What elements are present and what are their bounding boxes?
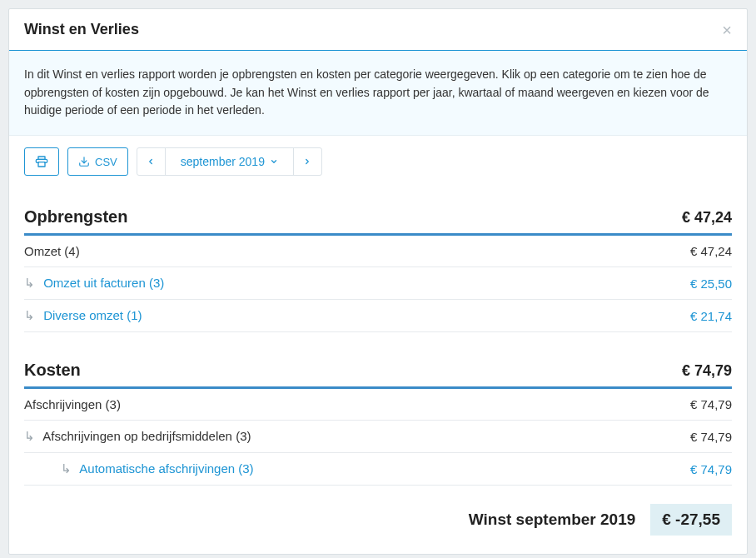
subrow-arrow-icon: ↳ [24,276,35,291]
export-csv-button[interactable]: CSV [67,147,128,176]
table-row[interactable]: ↳ Automatische afschrijvingen (3) € 74,7… [24,453,732,486]
intro-banner: In dit Winst en verlies rapport worden j… [9,51,747,136]
table-row[interactable]: ↳ Omzet uit facturen (3) € 25,50 [24,267,732,300]
income-total: € 47,24 [682,209,732,227]
table-row[interactable]: Omzet (4) € 47,24 [24,236,732,267]
panel-header: Winst en Verlies × [9,9,747,51]
table-row[interactable]: ↳ Diverse omzet (1) € 21,74 [24,300,732,332]
table-row[interactable]: Afschrijvingen (3) € 74,79 [24,389,732,421]
period-prev-button[interactable] [137,148,166,175]
period-selector: september 2019 [137,147,322,176]
income-heading: Opbrengsten [24,207,127,227]
period-next-button[interactable] [293,148,321,175]
row-amount: € 25,50 [690,277,732,291]
cost-section: Kosten € 74,79 Afschrijvingen (3) € 74,7… [9,356,747,486]
result-label: Winst september 2019 [469,511,635,529]
income-header: Opbrengsten € 47,24 [24,202,732,236]
close-icon[interactable]: × [722,22,732,38]
toolbar: CSV september 2019 [9,136,747,202]
cost-heading: Kosten [24,361,81,380]
income-section: Opbrengsten € 47,24 Omzet (4) € 47,24 ↳ … [9,202,747,332]
chevron-down-icon [270,157,278,166]
period-label-text: september 2019 [181,155,265,168]
panel-title: Winst en Verlies [24,21,139,38]
row-label: Omzet (4) [24,244,80,258]
cost-header: Kosten € 74,79 [24,356,732,389]
cost-total: € 74,79 [682,362,732,380]
row-amount: € 47,24 [690,244,732,258]
row-label: Afschrijvingen (3) [24,397,121,411]
result-bar: Winst september 2019 € -27,55 [9,486,747,554]
row-amount: € 21,74 [690,309,732,323]
print-icon [35,155,48,168]
row-label: ↳ Omzet uit facturen (3) [24,276,164,291]
row-label: ↳ Automatische afschrijvingen (3) [24,461,254,476]
intro-text: In dit Winst en verlies rapport worden j… [24,67,709,117]
row-amount: € 74,79 [690,462,732,476]
download-icon [78,156,90,167]
row-label: ↳ Diverse omzet (1) [24,308,142,323]
chevron-left-icon [147,157,155,166]
row-amount: € 74,79 [690,397,732,411]
row-label: ↳ Afschrijvingen op bedrijfsmiddelen (3) [24,429,251,444]
profit-loss-panel: Winst en Verlies × In dit Winst en verli… [8,8,748,555]
chevron-right-icon [303,157,311,166]
print-button[interactable] [24,147,59,176]
subrow-arrow-icon: ↳ [24,429,35,444]
subrow-arrow-icon: ↳ [61,461,72,476]
subrow-arrow-icon: ↳ [24,308,35,323]
table-row[interactable]: ↳ Afschrijvingen op bedrijfsmiddelen (3)… [24,421,732,453]
row-amount: € 74,79 [690,430,732,444]
csv-label: CSV [95,156,117,168]
period-dropdown[interactable]: september 2019 [166,148,293,175]
svg-rect-1 [38,162,45,167]
section-gap [9,332,747,356]
result-amount: € -27,55 [650,504,732,536]
